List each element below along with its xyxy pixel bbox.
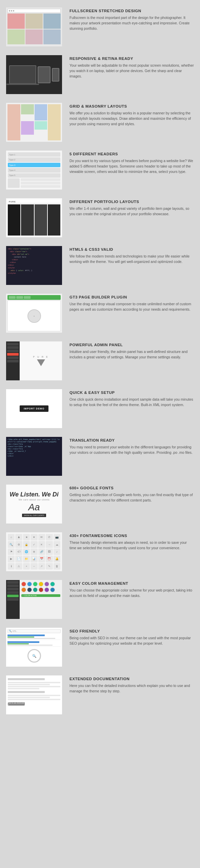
feature-image-admin: P U R E [6, 341, 62, 380]
feature-image-docs: How to use shortcode ? [6, 675, 62, 714]
swatch-red[interactable] [21, 582, 26, 586]
feature-image-gt3: ● [6, 294, 62, 333]
icon-link: 🔗 [38, 549, 45, 555]
feature-text-portfolio: DIFFERENT PORTFOLIO LAYOUTS We offer 1-4… [69, 198, 194, 217]
feature-desc-headers: Do you want to try various types of head… [69, 158, 194, 174]
feature-title-fonts: 600+ GOOGLE FONTS [69, 486, 194, 490]
feature-row-responsive: RESPONSIVE & RETINA READY Your website w… [0, 51, 200, 98]
feature-image-seo: 🔍 GT3... 🔍 [6, 628, 62, 667]
feature-title-admin: POWERFUL ADMIN PANEL [69, 343, 194, 347]
phone-icon [52, 68, 59, 82]
icon-home: ⌂ [8, 534, 15, 540]
feature-title-html5: HTML5 & CSS3 VALID [69, 247, 194, 251]
feature-desc-responsive: Your website will be adjustable to the m… [69, 63, 194, 79]
swatch-navy[interactable] [27, 587, 32, 592]
icon-star: ★ [23, 534, 30, 540]
feature-text-fonts: 600+ GOOGLE FONTS Getting such a collect… [69, 485, 194, 503]
swatch-teal[interactable] [50, 582, 55, 586]
feature-image-fonts: We Listen. We Di We care about our clien… [6, 485, 62, 524]
feature-text-fullscreen: FULLSCREEN STRETCHED DESIGN Fullscreen i… [69, 7, 194, 31]
feature-desc-docs: Here you can find the detailed instructi… [69, 683, 194, 694]
icon-user: ♟ [15, 534, 22, 540]
feature-text-html5: HTML5 & CSS3 VALID We follow the modern … [69, 246, 194, 265]
icon-share: ↗ [38, 563, 45, 570]
icon-bell: 🔔 [54, 556, 60, 562]
gt3-circle: ● [27, 309, 41, 323]
feature-title-seo: SEO FRIENDLY [69, 629, 194, 633]
font-all-button[interactable]: SHOW ALL OUR CLIENTS [22, 514, 46, 517]
laptop-icon [9, 65, 36, 84]
feature-image-html5: <div class="container"> <div class="row"… [6, 246, 62, 285]
icon-info: ℹ [8, 563, 15, 570]
feature-desc-fontawesome: These handy design elements are always i… [69, 540, 194, 551]
feature-text-headers: 5 DIFFERENT HEADERS Do you want to try v… [69, 151, 194, 174]
feature-row-docs: How to use shortcode ? EXTENDED DOCUMENT… [0, 671, 200, 718]
icon-calendar: 📅 [38, 556, 45, 562]
font-subtext: We care about our clients [19, 498, 50, 501]
feature-text-translation: TRANSLATION READY You may need to presen… [69, 437, 194, 455]
feature-row-headers: Type 1 Type 2 Type 3 Type 4 Type 5 5 DIF… [0, 147, 200, 194]
feature-text-grid: GRID & MASONRY LAYOUTS We offer you a so… [69, 103, 194, 127]
feature-desc-fonts: Getting such a collection of Google web … [69, 492, 194, 503]
import-demo-button[interactable]: IMPORT DEMO [20, 405, 48, 412]
feature-image-setup: IMPORT DEMO [6, 389, 62, 428]
feature-title-portfolio: DIFFERENT PORTFOLIO LAYOUTS [69, 200, 194, 204]
icon-edit: ✎ [46, 563, 53, 570]
feature-row-admin: P U R E POWERFUL ADMIN PANEL Intuitive a… [0, 337, 200, 384]
feature-text-seo: SEO FRIENDLY Being coded with SEO in min… [69, 628, 194, 646]
swatch-darkblue[interactable] [50, 587, 55, 592]
icon-arrow: → [46, 541, 53, 548]
icon-lock: 🔒 [23, 541, 30, 548]
feature-title-fontawesome: 430+ FONTAWESOME ICONS [69, 534, 194, 538]
icon-check: ✓ [31, 541, 37, 548]
feature-image-fullscreen [6, 7, 62, 46]
font-headline: We Listen. We Di [9, 491, 58, 497]
feature-row-translation: <?php echo gt3_theme_pagebuilder['settin… [0, 433, 200, 480]
feature-row-fonts: We Listen. We Di We care about our clien… [0, 481, 200, 528]
feature-title-setup: QUICK & EASY SETUP [69, 391, 194, 395]
feature-desc-seo: Being coded with SEO in mind, our theme … [69, 636, 194, 646]
swatch-yellow[interactable] [39, 582, 43, 586]
feature-desc-gt3: Use the drag and drop visual composer to… [69, 302, 194, 312]
features-container: FULLSCREEN STRETCHED DESIGN Fullscreen i… [0, 0, 200, 722]
swatch-blue[interactable] [27, 582, 32, 586]
swatch-darkred[interactable] [39, 587, 43, 592]
feature-image-color: ✓ COLOR ACTIVE [6, 580, 62, 619]
color-active-option: ✓ COLOR ACTIVE [21, 594, 60, 597]
feature-text-setup: QUICK & EASY SETUP One click quick demo … [69, 389, 194, 408]
swatch-darkgreen[interactable] [33, 587, 38, 592]
seo-search-bar: 🔍 GT3... [7, 629, 61, 633]
icon-image: 🖼 [46, 549, 53, 555]
icon-flag: ⚑ [8, 549, 15, 555]
feature-row-gt3: ● GT3 PAGE BUILDER PLUGIN Use the drag a… [0, 290, 200, 337]
feature-desc-setup: One click quick demo installation and im… [69, 397, 194, 408]
feature-desc-translation: You may need to present your website in … [69, 445, 194, 455]
icon-cross: ✕ [38, 541, 45, 548]
feature-desc-portfolio: We offer 1-4 column, wall and great vari… [69, 206, 194, 217]
feature-row-fullscreen: FULLSCREEN STRETCHED DESIGN Fullscreen i… [0, 3, 200, 50]
swatch-purple[interactable] [44, 582, 49, 586]
feature-desc-fullscreen: Fullscreen is the most important part of… [69, 15, 194, 31]
feature-title-translation: TRANSLATION READY [69, 438, 194, 442]
feature-title-headers: 5 DIFFERENT HEADERS [69, 152, 194, 156]
icon-music: ♪ [54, 549, 60, 555]
icon-heart: ♥ [31, 534, 37, 540]
icon-globe: 🌐 [23, 549, 30, 555]
icon-mail: ✉ [38, 534, 45, 540]
feature-desc-admin: Intuitive and user friendly, the admin p… [69, 349, 194, 360]
feature-title-docs: EXTENDED DOCUMENTATION [69, 677, 194, 681]
icon-settings: ⚙ [15, 541, 22, 548]
how-to-button[interactable]: How to use shortcode ? [8, 702, 25, 706]
feature-row-html5: <div class="container"> <div class="row"… [0, 242, 200, 289]
feature-text-responsive: RESPONSIVE & RETINA READY Your website w… [69, 55, 194, 79]
feature-desc-grid: We offer you a solution to display works… [69, 111, 194, 127]
swatch-orange[interactable] [21, 587, 26, 592]
feature-row-grid: GRID & MASONRY LAYOUTS We offer you a so… [0, 99, 200, 146]
swatch-green[interactable] [33, 582, 38, 586]
icon-folder: 📁 [23, 556, 30, 562]
tablet-icon [38, 66, 51, 83]
feature-text-gt3: GT3 PAGE BUILDER PLUGIN Use the drag and… [69, 294, 194, 312]
swatch-darkpurple[interactable] [44, 587, 49, 592]
triangle-icon [37, 359, 45, 366]
feature-image-translation: <?php echo gt3_theme_pagebuilder['settin… [6, 437, 62, 476]
